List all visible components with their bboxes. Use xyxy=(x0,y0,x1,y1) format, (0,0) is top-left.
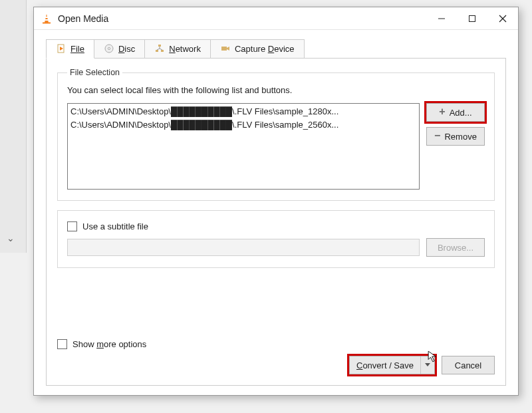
maximize-button[interactable] xyxy=(457,7,487,30)
svg-rect-14 xyxy=(161,50,164,52)
dialog-footer: Convert / Save Cancel xyxy=(57,356,495,374)
minus-icon: − xyxy=(434,130,440,141)
svg-rect-1 xyxy=(45,17,48,18)
file-selection-legend: File Selection xyxy=(67,68,122,77)
browse-button: Browse... xyxy=(426,238,485,257)
svg-marker-0 xyxy=(45,14,49,23)
minimize-button[interactable] xyxy=(426,7,457,30)
convert-save-button[interactable]: Convert / Save xyxy=(349,356,435,374)
file-icon xyxy=(56,43,66,54)
tab-disc[interactable]: Disc xyxy=(94,39,145,58)
add-button[interactable]: + Add... xyxy=(426,103,485,122)
file-list[interactable]: C:\Users\ADMIN\Desktop\██████████\.FLV F… xyxy=(67,103,420,190)
svg-rect-2 xyxy=(45,19,48,21)
svg-marker-19 xyxy=(227,47,229,51)
more-options-checkbox[interactable] xyxy=(57,339,67,349)
background-panel: ⌄ xyxy=(0,0,27,253)
svg-rect-13 xyxy=(156,50,158,52)
titlebar: Open Media xyxy=(34,7,518,30)
tab-label: Network xyxy=(169,44,201,54)
add-label: Add... xyxy=(450,108,472,118)
subtitle-group: Use a subtitle file Browse... xyxy=(57,210,495,268)
more-options-row: Show more options xyxy=(57,334,495,349)
svg-line-17 xyxy=(160,49,162,50)
remove-button[interactable]: − Remove xyxy=(426,127,485,146)
close-button[interactable] xyxy=(487,7,518,30)
plus-icon: + xyxy=(439,106,445,117)
disc-icon xyxy=(104,43,114,54)
tab-network[interactable]: Network xyxy=(144,39,211,58)
svg-rect-18 xyxy=(221,47,227,51)
svg-rect-12 xyxy=(158,45,161,47)
convert-label: Convert / Save xyxy=(350,356,421,374)
svg-rect-3 xyxy=(43,22,51,23)
subtitle-checkbox[interactable] xyxy=(67,221,77,231)
more-options-label: Show more options xyxy=(72,339,146,349)
tab-label: File xyxy=(70,44,84,54)
file-selection-hint: You can select local files with the foll… xyxy=(67,85,485,95)
svg-point-11 xyxy=(108,47,110,49)
subtitle-path-input xyxy=(67,239,420,256)
list-item[interactable]: C:\Users\ADMIN\Desktop\██████████\.FLV F… xyxy=(70,105,416,118)
dialog-content: File Disc Network Capture Device xyxy=(34,30,518,395)
list-item[interactable]: C:\Users\ADMIN\Desktop\██████████\.FLV F… xyxy=(70,118,416,132)
network-icon xyxy=(154,43,165,54)
chevron-down-icon[interactable]: ⌄ xyxy=(7,233,15,243)
svg-line-16 xyxy=(157,49,160,50)
cancel-label: Cancel xyxy=(455,360,481,370)
svg-marker-20 xyxy=(425,363,430,366)
subtitle-label: Use a subtitle file xyxy=(82,221,148,231)
svg-rect-5 xyxy=(469,15,475,21)
tab-label: Disc xyxy=(118,44,135,54)
cancel-button[interactable]: Cancel xyxy=(442,356,495,374)
tab-panel-file: File Selection You can select local file… xyxy=(46,58,506,386)
file-selection-group: File Selection You can select local file… xyxy=(57,68,495,201)
vlc-cone-icon xyxy=(41,13,53,25)
capture-icon xyxy=(220,43,231,54)
tab-file[interactable]: File xyxy=(46,39,94,59)
dropdown-caret-icon[interactable] xyxy=(421,356,434,374)
tab-capture[interactable]: Capture Device xyxy=(210,39,305,58)
browse-label: Browse... xyxy=(438,243,473,253)
open-media-dialog: Open Media File Disc xyxy=(33,7,519,396)
window-title: Open Media xyxy=(58,13,108,24)
tabstrip: File Disc Network Capture Device xyxy=(46,38,506,58)
tab-label: Capture Device xyxy=(235,44,295,54)
remove-label: Remove xyxy=(444,132,476,142)
